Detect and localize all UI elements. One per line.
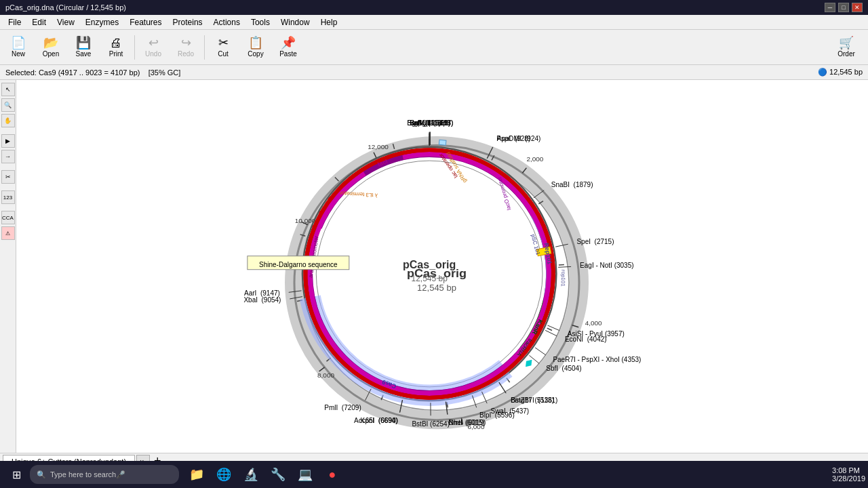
minimize-button[interactable]: ─ [825, 3, 835, 12]
time-text: 3:08 PM [832, 466, 860, 474]
sidebar-feature[interactable]: ▶ [1, 134, 15, 148]
cut-label: Cut [218, 50, 229, 58]
redo-icon: ↪ [181, 37, 191, 49]
taskbar-browser[interactable]: 🌐 [212, 462, 236, 487]
taskbar-app5[interactable]: 💻 [293, 462, 317, 487]
plasmid-canvas[interactable] [16, 80, 868, 453]
title-text: pCas_orig.dna (Circular / 12,545 bp) [5, 3, 126, 12]
menu-bar: File Edit View Enzymes Features Proteins… [0, 15, 868, 30]
undo-button[interactable]: ↩ Undo [138, 32, 169, 63]
print-label: Print [109, 50, 123, 58]
cut-button[interactable]: ✂ Cut [208, 32, 239, 63]
save-label: Save [76, 50, 92, 58]
size-status: 🔵 12,545 bp [818, 68, 863, 77]
order-label: Order [837, 50, 855, 58]
close-button[interactable]: ✕ [852, 3, 863, 12]
taskbar-app4[interactable]: 🔧 [266, 462, 290, 487]
redo-button[interactable]: ↪ Redo [170, 32, 201, 63]
menu-view[interactable]: View [52, 16, 80, 28]
order-icon: 🛒 [839, 37, 854, 49]
menu-features[interactable]: Features [124, 16, 167, 28]
redo-label: Redo [178, 50, 194, 58]
sidebar-num[interactable]: 123 [1, 190, 15, 204]
taskbar-apps: 📁 🌐 🔬 🔧 💻 ● [184, 462, 344, 487]
maximize-button[interactable]: □ [838, 3, 849, 12]
taskbar-files[interactable]: 📁 [184, 462, 209, 487]
open-button[interactable]: 📂 Open [35, 32, 66, 63]
search-placeholder: Type here to search [50, 470, 116, 479]
taskbar: ⊞ 🔍 Type here to search 🎤 📁 🌐 🔬 🔧 💻 ● 3:… [0, 461, 868, 488]
cut-icon: ✂ [218, 37, 229, 49]
menu-tools[interactable]: Tools [245, 16, 275, 28]
paste-icon: 📌 [281, 37, 296, 49]
sidebar-primer[interactable]: → [1, 150, 15, 163]
plasmid-size: 12,545 bp [829, 68, 863, 76]
title-bar: pCas_orig.dna (Circular / 12,545 bp) ─ □… [0, 0, 868, 15]
sep1 [134, 35, 135, 60]
sidebar-err[interactable]: ⚠ [1, 226, 15, 240]
print-icon: 🖨 [110, 37, 122, 49]
new-label: New [12, 50, 25, 58]
gc-content: [35% GC] [149, 68, 181, 77]
menu-edit[interactable]: Edit [26, 16, 52, 28]
menu-proteins[interactable]: Proteins [167, 16, 208, 28]
menu-window[interactable]: Window [275, 16, 315, 28]
taskbar-app6[interactable]: ● [320, 462, 344, 487]
sidebar-enzyme[interactable]: ✂ [1, 170, 15, 184]
open-label: Open [43, 50, 59, 58]
new-icon: 📄 [11, 37, 26, 49]
copy-label: Copy [248, 50, 263, 58]
title-controls: ─ □ ✕ [825, 3, 863, 12]
main-area: ↖ 🔍 ✋ ▶ → ✂ 123 CCA ⚠ [0, 80, 868, 453]
sidebar-cca[interactable]: CCA [1, 211, 15, 224]
sidebar-select[interactable]: ↖ [1, 83, 15, 96]
start-button[interactable]: ⊞ [3, 462, 30, 487]
order-button[interactable]: 🛒 Order [827, 32, 865, 63]
open-icon: 📂 [43, 37, 58, 49]
date-text: 3/28/2019 [832, 474, 865, 483]
status-bar: Selected: Cas9 (4917 .. 9023 = 4107 bp) … [0, 65, 868, 80]
save-icon: 💾 [76, 37, 91, 49]
menu-file[interactable]: File [3, 16, 26, 28]
taskbar-right: 3:08 PM 3/28/2019 [832, 466, 865, 483]
undo-icon: ↩ [149, 37, 159, 49]
menu-actions[interactable]: Actions [208, 16, 245, 28]
copy-button[interactable]: 📋 Copy [240, 32, 271, 63]
undo-label: Undo [145, 50, 161, 58]
taskbar-search[interactable]: 🔍 Type here to search 🎤 [30, 465, 179, 484]
menu-enzymes[interactable]: Enzymes [80, 16, 124, 28]
sidebar-pan[interactable]: ✋ [1, 114, 15, 127]
taskbar-app3[interactable]: 🔬 [239, 462, 263, 487]
copy-icon: 📋 [248, 37, 263, 49]
print-button[interactable]: 🖨 Print [100, 32, 132, 63]
left-sidebar: ↖ 🔍 ✋ ▶ → ✂ 123 CCA ⚠ [0, 80, 16, 453]
paste-button[interactable]: 📌 Paste [273, 32, 304, 63]
toolbar: 📄 New 📂 Open 💾 Save 🖨 Print ↩ Undo ↪ Red… [0, 30, 868, 65]
menu-help[interactable]: Help [315, 16, 343, 28]
selection-text: Selected: Cas9 (4917 .. 9023 = 4107 bp) [5, 68, 140, 77]
selection-status: Selected: Cas9 (4917 .. 9023 = 4107 bp) … [5, 68, 180, 77]
taskbar-time: 3:08 PM 3/28/2019 [832, 466, 865, 483]
sep2 [204, 35, 205, 60]
sidebar-zoom[interactable]: 🔍 [1, 98, 15, 112]
new-button[interactable]: 📄 New [3, 32, 34, 63]
paste-label: Paste [279, 50, 297, 58]
save-button[interactable]: 💾 Save [68, 32, 99, 63]
canvas-area[interactable]: pCas_orig 12,545 bp 12,000 2,000 4,000 6… [16, 80, 868, 453]
